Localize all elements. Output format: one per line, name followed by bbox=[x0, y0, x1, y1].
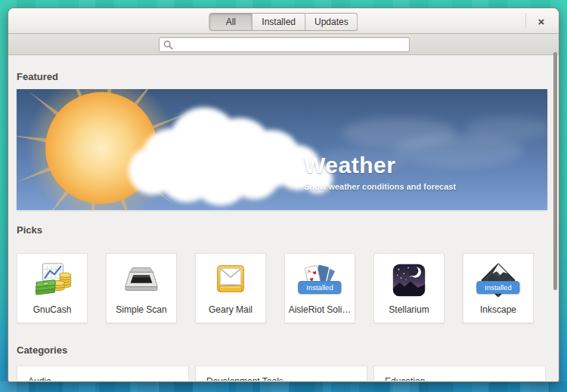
search-input[interactable] bbox=[176, 39, 409, 51]
app-tile-geary-mail[interactable]: Geary Mail bbox=[195, 253, 266, 323]
headerbar: All Installed Updates × bbox=[8, 8, 559, 34]
app-tile-label: GnuCash bbox=[33, 304, 72, 315]
featured-app-info: Weather Show weather conditions and fore… bbox=[304, 153, 456, 191]
app-tile-aisleriot[interactable]: A ♥ ♥ Installed AisleRiot Soli… bbox=[284, 253, 355, 323]
featured-banner-weather[interactable]: Weather Show weather conditions and fore… bbox=[17, 89, 547, 210]
view-switcher: All Installed Updates bbox=[209, 13, 358, 31]
main-content: Featured bbox=[9, 55, 558, 381]
category-tile-audio[interactable]: Audio bbox=[17, 366, 189, 381]
tab-updates[interactable]: Updates bbox=[305, 13, 358, 31]
app-tile-label: Simple Scan bbox=[116, 304, 166, 315]
category-tile-development-tools[interactable]: Development Tools bbox=[195, 366, 367, 381]
app-tile-label: Inkscape bbox=[480, 304, 516, 315]
app-tile-stellarium[interactable]: Stellarium bbox=[373, 253, 445, 323]
category-tile-education[interactable]: Education bbox=[373, 366, 546, 381]
featured-app-name: Weather bbox=[304, 153, 456, 178]
app-tile-label: Stellarium bbox=[389, 304, 429, 315]
geary-mail-icon bbox=[210, 260, 251, 301]
installed-badge: Installed bbox=[476, 281, 519, 294]
categories-heading: Categories bbox=[17, 344, 549, 356]
tab-installed[interactable]: Installed bbox=[253, 13, 305, 31]
simple-scan-icon bbox=[121, 260, 162, 301]
picks-row: GnuCash Simple Scan bbox=[17, 253, 549, 323]
vertical-scrollbar[interactable] bbox=[553, 52, 557, 290]
software-window: All Installed Updates × Featured bbox=[8, 8, 559, 382]
tab-all[interactable]: All bbox=[209, 13, 253, 31]
desktop: All Installed Updates × Featured bbox=[0, 0, 567, 392]
app-tile-label: Geary Mail bbox=[209, 304, 253, 315]
aisleriot-icon: A ♥ ♥ bbox=[299, 260, 340, 301]
search-icon bbox=[163, 40, 173, 50]
header-separator bbox=[525, 14, 526, 29]
categories-row: Audio Development Tools Education bbox=[17, 366, 549, 381]
weather-banner-art bbox=[17, 89, 547, 210]
app-tile-gnucash[interactable]: GnuCash bbox=[17, 253, 88, 323]
featured-app-summary: Show weather conditions and forecast bbox=[304, 182, 456, 191]
app-tile-simple-scan[interactable]: Simple Scan bbox=[106, 253, 177, 323]
picks-heading: Picks bbox=[17, 224, 549, 236]
featured-heading: Featured bbox=[17, 71, 549, 82]
inkscape-icon bbox=[478, 260, 519, 301]
app-tile-label: AisleRiot Soli… bbox=[289, 304, 352, 315]
wallpaper-mosaic bbox=[0, 381, 567, 392]
gnucash-icon bbox=[32, 260, 73, 301]
stellarium-icon bbox=[389, 260, 429, 301]
search-box[interactable] bbox=[159, 37, 410, 52]
app-tile-inkscape[interactable]: Installed Inkscape bbox=[463, 253, 534, 323]
search-toolbar bbox=[8, 34, 559, 55]
installed-badge: Installed bbox=[298, 281, 341, 294]
close-icon[interactable]: × bbox=[531, 12, 551, 30]
